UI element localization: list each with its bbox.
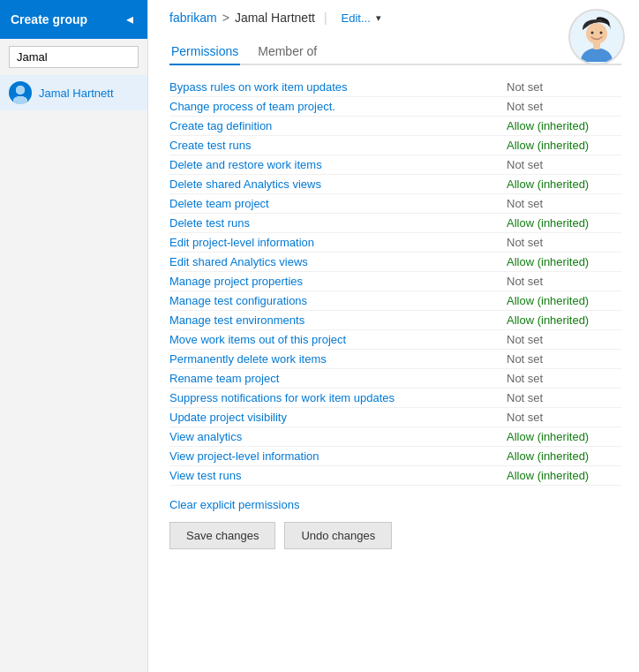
table-row: Manage test configurationsAllow (inherit… (169, 291, 621, 311)
permission-name[interactable]: Suppress notifications for work item upd… (169, 391, 507, 404)
table-row: Change process of team project.Not set (169, 97, 621, 117)
permission-name[interactable]: Delete test runs (169, 216, 507, 230)
permission-name[interactable]: Update project visibility (169, 411, 507, 424)
table-row: Rename team projectNot set (169, 369, 621, 389)
table-row: Update project visibilityNot set (169, 408, 621, 427)
sidebar-user-item[interactable]: Jamal Hartnett (0, 75, 147, 110)
permission-value: Allow (inherited) (507, 449, 621, 463)
permission-value: Allow (inherited) (507, 119, 621, 132)
tabs-container: Permissions Member of (169, 39, 621, 65)
sidebar-collapse-button[interactable]: ◂ (123, 12, 137, 26)
save-changes-button[interactable]: Save changes (169, 522, 275, 549)
breadcrumb-separator: > (222, 11, 229, 25)
sidebar-header: Create group ◂ (0, 0, 147, 39)
main-content: fabrikam > Jamal Hartnett | Edit... ▾ Pe… (148, 0, 639, 672)
permission-name[interactable]: Create tag definition (169, 119, 507, 132)
sidebar-user-name: Jamal Hartnett (39, 87, 114, 100)
table-row: Suppress notifications for work item upd… (169, 389, 621, 408)
permission-value: Not set (507, 236, 621, 249)
table-row: Edit shared Analytics viewsAllow (inheri… (169, 253, 621, 272)
permission-value: Allow (inherited) (507, 313, 621, 327)
button-row: Save changes Undo changes (169, 522, 621, 549)
permission-value: Not set (507, 100, 621, 113)
table-row: Delete shared Analytics viewsAllow (inhe… (169, 175, 621, 194)
sidebar-search-container (0, 39, 147, 75)
permission-name[interactable]: Change process of team project. (169, 100, 507, 113)
breadcrumb: fabrikam > Jamal Hartnett | Edit... ▾ (169, 11, 621, 25)
breadcrumb-edit-link[interactable]: Edit... (342, 11, 371, 25)
svg-point-7 (600, 32, 603, 34)
permission-value: Not set (507, 275, 621, 288)
permission-name[interactable]: Create test runs (169, 139, 507, 152)
permission-value: Not set (507, 372, 621, 385)
permission-name[interactable]: Rename team project (169, 372, 507, 385)
table-row: Edit project-level informationNot set (169, 233, 621, 253)
permission-value: Not set (507, 411, 621, 424)
permission-name[interactable]: Delete and restore work items (169, 158, 507, 171)
permission-name[interactable]: Manage test configurations (169, 294, 507, 307)
permission-name[interactable]: Bypass rules on work item updates (169, 80, 507, 94)
permission-name[interactable]: Delete shared Analytics views (169, 177, 507, 191)
sidebar: Create group ◂ Jamal Hartnett (0, 0, 148, 672)
svg-point-3 (13, 96, 27, 104)
permission-name[interactable]: Move work items out of this project (169, 333, 507, 346)
table-row: View project-level informationAllow (inh… (169, 447, 621, 466)
table-row: Delete and restore work itemsNot set (169, 155, 621, 175)
svg-point-2 (16, 86, 25, 94)
table-row: Delete team projectNot set (169, 194, 621, 214)
table-row: Move work items out of this projectNot s… (169, 330, 621, 350)
breadcrumb-divider: | (324, 11, 327, 25)
permission-value: Allow (inherited) (507, 294, 621, 307)
svg-point-6 (591, 32, 594, 34)
permission-value: Allow (inherited) (507, 139, 621, 152)
table-row: View test runsAllow (inherited) (169, 466, 621, 486)
breadcrumb-org-link[interactable]: fabrikam (169, 11, 217, 25)
table-row: Create test runsAllow (inherited) (169, 136, 621, 155)
permission-name[interactable]: Manage test environments (169, 313, 507, 327)
permission-value: Not set (507, 391, 621, 404)
permission-value: Allow (inherited) (507, 216, 621, 230)
table-row: Manage test environmentsAllow (inherited… (169, 311, 621, 330)
permission-name[interactable]: View project-level information (169, 449, 507, 463)
avatar-small (9, 81, 32, 104)
permission-value: Not set (507, 333, 621, 346)
avatar-large (568, 9, 625, 65)
table-row: Bypass rules on work item updatesNot set (169, 78, 621, 97)
permission-value: Allow (inherited) (507, 469, 621, 482)
tab-member-of[interactable]: Member of (256, 39, 319, 65)
permission-name[interactable]: View analytics (169, 430, 507, 443)
permissions-table: Bypass rules on work item updatesNot set… (169, 78, 621, 486)
permission-name[interactable]: Edit shared Analytics views (169, 255, 507, 268)
svg-point-5 (586, 23, 607, 44)
svg-rect-8 (593, 42, 600, 49)
table-row: Permanently delete work itemsNot set (169, 350, 621, 369)
table-row: Delete test runsAllow (inherited) (169, 214, 621, 233)
permission-name[interactable]: View test runs (169, 469, 507, 482)
create-group-label: Create group (11, 12, 87, 26)
avatar-icon (9, 81, 32, 104)
table-row: View analyticsAllow (inherited) (169, 427, 621, 447)
permission-value: Not set (507, 352, 621, 366)
breadcrumb-user: Jamal Hartnett (235, 11, 315, 25)
table-row: Manage project propertiesNot set (169, 272, 621, 291)
permission-value: Not set (507, 80, 621, 94)
breadcrumb-dropdown-icon[interactable]: ▾ (376, 12, 381, 24)
permission-name[interactable]: Edit project-level information (169, 236, 507, 249)
permission-value: Allow (inherited) (507, 255, 621, 268)
permission-value: Not set (507, 158, 621, 171)
undo-changes-button[interactable]: Undo changes (284, 522, 392, 549)
table-row: Create tag definitionAllow (inherited) (169, 117, 621, 136)
permission-name[interactable]: Delete team project (169, 197, 507, 210)
user-avatar-icon (572, 12, 621, 62)
clear-explicit-permissions-link[interactable]: Clear explicit permissions (169, 498, 621, 511)
permission-value: Allow (inherited) (507, 430, 621, 443)
permission-value: Not set (507, 197, 621, 210)
permission-name[interactable]: Manage project properties (169, 275, 507, 288)
permission-value: Allow (inherited) (507, 177, 621, 191)
search-input[interactable] (9, 46, 139, 68)
tab-permissions[interactable]: Permissions (169, 39, 240, 65)
permission-name[interactable]: Permanently delete work items (169, 352, 507, 366)
